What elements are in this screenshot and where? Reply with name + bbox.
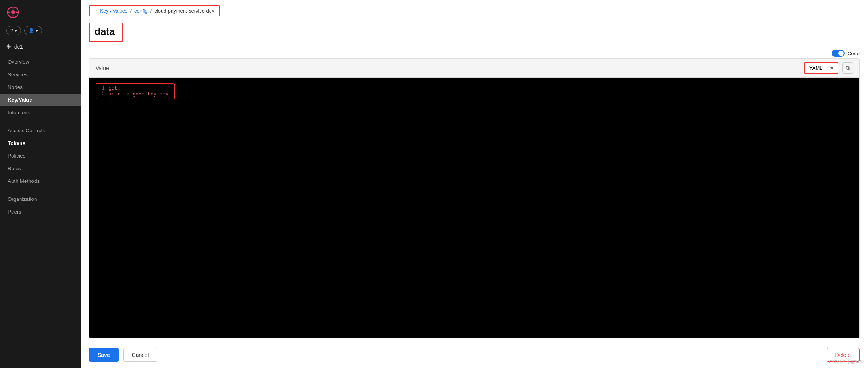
breadcrumb-current: cloud-payment-service-dev [154, 8, 214, 14]
code-info-key: info: [109, 91, 124, 97]
help-chevron-icon: ▾ [15, 28, 17, 33]
copy-icon: ⧉ [846, 65, 850, 71]
sidebar-item-policies[interactable]: Policies [0, 150, 81, 162]
sidebar-item-peers[interactable]: Peers [0, 205, 81, 218]
back-arrow: ‹ [95, 8, 97, 14]
sidebar-item-nodes[interactable]: Nodes [0, 81, 81, 94]
yaml-select-box: YAML JSON HCL Base64 ⧉ [804, 62, 853, 74]
breadcrumb: ‹ Key / Values / config / cloud-payment-… [89, 5, 220, 16]
sidebar-item-keyvalue[interactable]: Key/Value [0, 94, 81, 106]
dc-name: dc1 [14, 44, 23, 50]
sidebar-item-intentions[interactable]: Intentions [0, 106, 81, 119]
copy-button[interactable]: ⧉ [842, 62, 853, 74]
main-content: ‹ Key / Values / config / cloud-payment-… [81, 0, 868, 368]
question-icon: ? [10, 28, 13, 33]
footer-bar: Save Cancel Delete [81, 342, 868, 368]
sidebar-item-services[interactable]: Services [0, 68, 81, 81]
line-num-1: 1 [98, 85, 105, 91]
sidebar: ? ▾ 👤 ▾ ✳ dc1 Overview Services Nodes Ke… [0, 0, 81, 368]
sidebar-item-access-controls[interactable]: Access Controls [0, 124, 81, 137]
code-toggle-bar: Code [81, 48, 868, 58]
value-section: Value YAML JSON HCL Base64 ⧉ 1 [89, 58, 860, 338]
breadcrumb-config-link[interactable]: config [134, 8, 148, 14]
sidebar-item-auth-methods[interactable]: Auth Methods [0, 175, 81, 187]
breadcrumb-keyvalues-link[interactable]: Key / Values [100, 8, 127, 14]
code-line-2: 2 info: a good boy dev [98, 91, 168, 97]
watermark: CSDN @小宝945 [829, 359, 862, 365]
sidebar-item-organization[interactable]: Organization [0, 193, 81, 205]
page-title-area: data [81, 19, 868, 48]
code-info-value: a good boy dev [124, 91, 168, 97]
code-line2-content: info: a good boy dev [109, 91, 168, 97]
code-toggle-label: Code [848, 51, 860, 56]
user-chevron-icon: ▾ [36, 28, 38, 33]
code-toggle-switch[interactable] [832, 50, 845, 57]
user-icon: 👤 [28, 28, 34, 33]
help-button[interactable]: ? ▾ [6, 26, 21, 35]
consul-logo-icon [6, 5, 20, 19]
user-button[interactable]: 👤 ▾ [24, 26, 42, 35]
sidebar-item-overview[interactable]: Overview [0, 56, 81, 68]
svg-point-2 [11, 10, 15, 14]
breadcrumb-sep1: / [130, 8, 132, 14]
breadcrumb-sep2: / [150, 8, 152, 14]
code-key-gdb: gdb: [109, 85, 120, 91]
format-select[interactable]: YAML JSON HCL Base64 [804, 62, 838, 74]
code-line-1: 1 gdb: [98, 85, 168, 91]
dc-label: ✳ dc1 [0, 39, 81, 56]
sidebar-logo-area [0, 0, 81, 25]
code-highlight-box: 1 gdb: 2 info: a good boy dev [96, 83, 175, 99]
page-title-box: data [89, 23, 123, 42]
value-label: Value [96, 65, 109, 71]
line-num-2: 2 [98, 91, 105, 97]
sidebar-item-roles[interactable]: Roles [0, 162, 81, 175]
breadcrumb-bar: ‹ Key / Values / config / cloud-payment-… [81, 0, 868, 19]
value-header: Value YAML JSON HCL Base64 ⧉ [89, 59, 859, 78]
sidebar-item-tokens[interactable]: Tokens [0, 137, 81, 150]
footer-left-buttons: Save Cancel [89, 348, 157, 362]
code-editor[interactable]: 1 gdb: 2 info: a good boy dev [89, 78, 859, 338]
sidebar-nav: Overview Services Nodes Key/Value Intent… [0, 56, 81, 368]
save-button[interactable]: Save [89, 348, 119, 362]
cancel-button[interactable]: Cancel [123, 348, 158, 362]
sidebar-header-buttons: ? ▾ 👤 ▾ [0, 25, 81, 39]
dc-icon: ✳ [6, 43, 11, 50]
page-title: data [94, 26, 115, 38]
